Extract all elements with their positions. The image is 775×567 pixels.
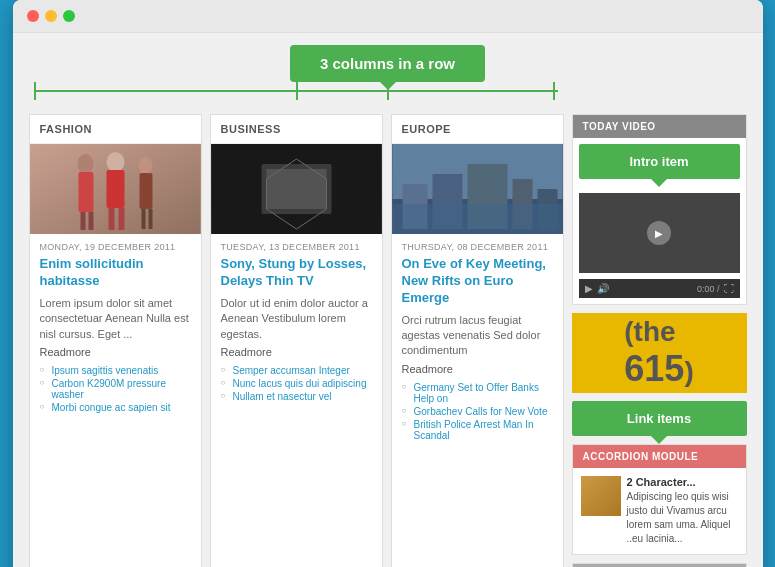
yellow-number: (the615) (624, 316, 693, 390)
fashion-link-2[interactable]: Carbon K2900M pressure washer (40, 377, 191, 401)
svg-rect-12 (141, 209, 145, 229)
header-badge-wrap: 3 columns in a row (29, 33, 747, 82)
business-links: Semper accumsan Integer Nunc lacus quis … (221, 364, 372, 403)
link-items-badge: Link items (572, 401, 747, 436)
europe-link-2[interactable]: Gorbachev Calls for New Vote (402, 405, 553, 418)
svg-point-6 (106, 152, 124, 172)
svg-rect-7 (106, 170, 124, 208)
volume-icon[interactable]: 🔊 (597, 283, 609, 294)
fashion-links: Ipsum sagittis venenatis Carbon K2900M p… (40, 364, 191, 414)
fashion-link-1[interactable]: Ipsum sagittis venenatis (40, 364, 191, 377)
svg-point-2 (77, 154, 93, 174)
left-columns: FASHION (29, 114, 564, 567)
europe-image (392, 144, 563, 234)
business-link-1[interactable]: Semper accumsan Integer (221, 364, 372, 377)
content-area: 3 columns in a row FASHION (13, 33, 763, 567)
fashion-text: Lorem ipsum dolor sit amet consectetuar … (40, 296, 191, 342)
yellow-number-block: (the615) (572, 313, 747, 393)
business-title[interactable]: Sony, Stung by Losses, Delays Thin TV (221, 256, 372, 290)
europe-text: Orci rutrum lacus feugiat agestas venena… (402, 313, 553, 359)
accordion-content: 2 Character... Adipiscing leo quis wisi … (627, 476, 738, 546)
europe-date: THURSDAY, 08 DECEMBER 2011 (402, 242, 553, 252)
fashion-readmore[interactable]: Readmore (40, 346, 191, 358)
europe-body: THURSDAY, 08 DECEMBER 2011 On Eve of Key… (392, 234, 563, 450)
svg-rect-3 (78, 172, 93, 212)
europe-link-3[interactable]: British Police Arrest Man In Scandal (402, 418, 553, 442)
app-window: 3 columns in a row FASHION (13, 0, 763, 567)
fashion-column: FASHION (29, 114, 202, 567)
accordion-title[interactable]: 2 Character... (627, 476, 738, 488)
svg-point-10 (138, 157, 152, 175)
europe-links: Germany Set to Offer Banks Help on Gorba… (402, 381, 553, 442)
business-image (211, 144, 382, 234)
europe-title[interactable]: On Eve of Key Meeting, New Rifts on Euro… (402, 256, 553, 307)
video-player[interactable] (579, 193, 740, 273)
close-dot[interactable] (27, 10, 39, 22)
business-text: Dolor ut id enim dolor auctor a Aenean V… (221, 296, 372, 342)
minimize-dot[interactable] (45, 10, 57, 22)
svg-rect-4 (80, 212, 85, 230)
title-bar (13, 0, 763, 33)
svg-rect-11 (139, 173, 152, 209)
right-sidebar: TODAY VIDEO Intro item ▶ 🔊 0:00 / ⛶ (the… (572, 114, 747, 567)
accordion-text: Adipiscing leo quis wisi justo dui Vivam… (627, 490, 738, 546)
europe-readmore[interactable]: Readmore (402, 363, 553, 375)
business-column: BUSINESS TUESDAY, 13 DECEMBER 2011 Sony,… (210, 114, 383, 567)
svg-rect-27 (392, 204, 562, 234)
business-link-3[interactable]: Nullam et nasectur vel (221, 390, 372, 403)
europe-link-1[interactable]: Germany Set to Offer Banks Help on (402, 381, 553, 405)
fashion-header: FASHION (30, 115, 201, 144)
accordion-header: ACCORDION MODULE (573, 445, 746, 468)
today-video-block: TODAY VIDEO Intro item ▶ 🔊 0:00 / ⛶ (572, 114, 747, 305)
business-date: TUESDAY, 13 DECEMBER 2011 (221, 242, 372, 252)
video-controls: ▶ 🔊 0:00 / ⛶ (579, 279, 740, 298)
accordion-body: 2 Character... Adipiscing leo quis wisi … (573, 468, 746, 554)
fashion-image (30, 144, 201, 234)
business-readmore[interactable]: Readmore (221, 346, 372, 358)
accordion-thumbnail (581, 476, 621, 516)
fashion-body: MONDAY, 19 DECEMBER 2011 Enim sollicitud… (30, 234, 201, 422)
accordion-block: ACCORDION MODULE 2 Character... Adipisci… (572, 444, 747, 555)
fashion-link-3[interactable]: Morbi congue ac sapien sit (40, 401, 191, 414)
fashion-date: MONDAY, 19 DECEMBER 2011 (40, 242, 191, 252)
fullscreen-icon[interactable]: ⛶ (724, 283, 734, 294)
columns-badge: 3 columns in a row (290, 45, 485, 82)
svg-rect-13 (148, 209, 152, 229)
svg-rect-18 (211, 144, 381, 234)
fashion-title[interactable]: Enim sollicitudin habitasse (40, 256, 191, 290)
business-link-2[interactable]: Nunc lacus quis dui adipiscing (221, 377, 372, 390)
business-body: TUESDAY, 13 DECEMBER 2011 Sony, Stung by… (211, 234, 382, 411)
upcoming-block: UPCOMING RELEASES (572, 563, 747, 567)
main-grid: FASHION (29, 114, 747, 567)
business-header: BUSINESS (211, 115, 382, 144)
video-play-button[interactable] (647, 221, 671, 245)
europe-column: EUROPE (391, 114, 564, 567)
svg-rect-8 (108, 208, 114, 230)
play-icon[interactable]: ▶ (585, 283, 593, 294)
europe-header: EUROPE (392, 115, 563, 144)
svg-rect-5 (88, 212, 93, 230)
video-time: 0:00 / (697, 284, 720, 294)
svg-rect-9 (118, 208, 124, 230)
today-video-header: TODAY VIDEO (573, 115, 746, 138)
maximize-dot[interactable] (63, 10, 75, 22)
intro-item-badge: Intro item (579, 144, 740, 179)
